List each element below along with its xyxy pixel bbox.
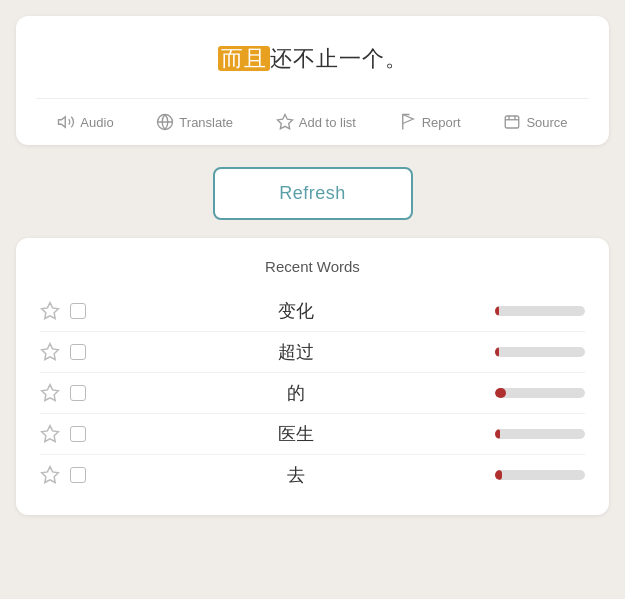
svg-marker-0	[59, 117, 66, 128]
word-row: 超过	[40, 332, 585, 373]
svg-marker-2	[277, 115, 292, 129]
translate-label: Translate	[179, 115, 233, 130]
progress-fill	[495, 347, 499, 357]
progress-fill	[495, 306, 499, 316]
highlighted-word: 而且	[218, 46, 270, 71]
source-button[interactable]: Source	[495, 109, 575, 135]
word-checkbox[interactable]	[70, 467, 86, 483]
word-checkbox[interactable]	[70, 303, 86, 319]
source-icon	[503, 113, 521, 131]
refresh-button[interactable]: Refresh	[213, 167, 413, 220]
recent-words-card: Recent Words 变化 超过 的	[16, 238, 609, 515]
progress-bar	[495, 470, 585, 480]
star-icon[interactable]	[40, 424, 60, 444]
word-row: 去	[40, 455, 585, 495]
recent-words-title: Recent Words	[40, 258, 585, 275]
progress-fill	[495, 470, 502, 480]
star-icon[interactable]	[40, 465, 60, 485]
star-icon[interactable]	[40, 342, 60, 362]
word-row: 医生	[40, 414, 585, 455]
sentence-rest: 还不止一个。	[270, 46, 408, 71]
word-checkbox[interactable]	[70, 344, 86, 360]
star-icon[interactable]	[40, 383, 60, 403]
star-toolbar-icon	[276, 113, 294, 131]
progress-bar	[495, 306, 585, 316]
source-label: Source	[526, 115, 567, 130]
report-button[interactable]: Report	[391, 109, 469, 135]
word-text: 去	[96, 463, 495, 487]
word-checkbox[interactable]	[70, 426, 86, 442]
report-label: Report	[422, 115, 461, 130]
progress-fill	[495, 388, 506, 398]
audio-button[interactable]: Audio	[49, 109, 121, 135]
report-icon	[399, 113, 417, 131]
star-icon[interactable]	[40, 301, 60, 321]
audio-label: Audio	[80, 115, 113, 130]
svg-rect-3	[506, 116, 520, 128]
svg-marker-7	[42, 426, 59, 442]
word-list: 变化 超过 的	[40, 291, 585, 495]
word-text: 超过	[96, 340, 495, 364]
word-row: 的	[40, 373, 585, 414]
word-text: 医生	[96, 422, 495, 446]
word-text: 变化	[96, 299, 495, 323]
add-to-list-label: Add to list	[299, 115, 356, 130]
svg-marker-4	[42, 303, 59, 319]
audio-icon	[57, 113, 75, 131]
word-text: 的	[96, 381, 495, 405]
add-to-list-button[interactable]: Add to list	[268, 109, 364, 135]
svg-marker-8	[42, 467, 59, 483]
svg-marker-5	[42, 344, 59, 360]
progress-bar	[495, 347, 585, 357]
progress-bar	[495, 429, 585, 439]
svg-marker-6	[42, 385, 59, 401]
progress-fill	[495, 429, 500, 439]
sentence-card: 而且还不止一个。 Audio Translate Add to list	[16, 16, 609, 145]
translate-button[interactable]: Translate	[148, 109, 241, 135]
toolbar: Audio Translate Add to list Report	[36, 98, 589, 145]
progress-bar	[495, 388, 585, 398]
translate-icon	[156, 113, 174, 131]
word-checkbox[interactable]	[70, 385, 86, 401]
sentence-text: 而且还不止一个。	[36, 44, 589, 74]
word-row: 变化	[40, 291, 585, 332]
